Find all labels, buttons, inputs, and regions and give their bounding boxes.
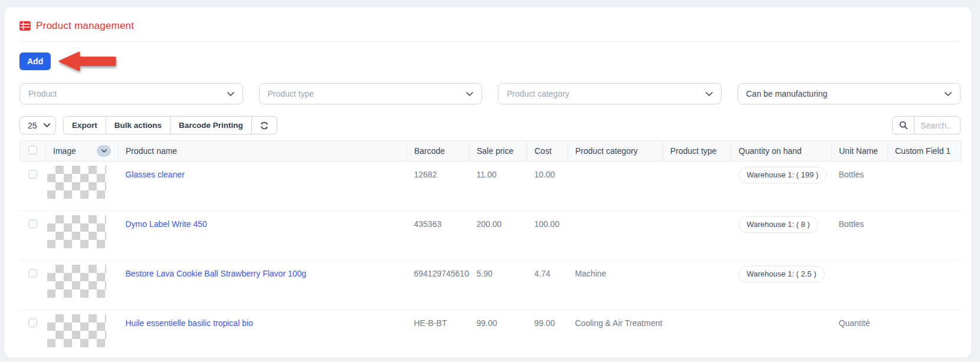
chevron-down-icon — [101, 149, 107, 153]
add-button[interactable]: Add — [19, 52, 51, 70]
product-image-placeholder — [47, 215, 106, 248]
column-header-image: Image — [53, 146, 76, 156]
sale-price-cell: 99.00 — [470, 310, 527, 358]
row-checkbox[interactable] — [28, 219, 37, 228]
quantity-badge: Warehouse 1: ( 8 ) — [739, 216, 818, 233]
refresh-button[interactable] — [252, 116, 277, 134]
chevron-down-icon — [706, 92, 713, 96]
product-name-link[interactable]: Bestore Lava Cookie Ball Strawberry Flav… — [126, 269, 307, 278]
table-row: Dymo Label Write 450435363200.00100.00Wa… — [20, 211, 961, 261]
barcode-printing-button[interactable]: Barcode Printing — [171, 116, 252, 134]
column-header-product-category: Product category — [568, 141, 663, 162]
cost-cell: 4.74 — [527, 261, 568, 310]
product-image-cell — [46, 162, 119, 211]
page-header: Product management — [19, 19, 961, 33]
custom-field-1-cell — [888, 261, 961, 310]
add-row: Add — [19, 52, 961, 70]
product-image-placeholder — [47, 265, 106, 298]
custom-field-1-cell — [888, 211, 961, 261]
product-name-cell: Dymo Label Write 450 — [119, 211, 407, 261]
table-toolbar: 25 Export Bulk actions Barcode Printing — [19, 116, 961, 134]
quantity-badge: Warehouse 1: ( 2.5 ) — [739, 266, 825, 282]
refresh-icon — [260, 121, 268, 130]
product-image-cell — [46, 310, 119, 358]
row-checkbox[interactable] — [28, 318, 37, 327]
column-header-custom-field-1: Custom Field 1 — [888, 141, 961, 162]
sale-price-cell: 200.00 — [470, 211, 527, 261]
cost-cell: 99.00 — [527, 310, 568, 358]
chevron-down-icon — [44, 123, 50, 127]
unit-name-cell: Bottles — [832, 211, 888, 261]
product-category-cell — [568, 162, 663, 211]
product-category-cell — [568, 211, 663, 261]
search-input[interactable] — [915, 116, 961, 134]
product-category-filter-placeholder: Product category — [507, 89, 569, 98]
export-button[interactable]: Export — [63, 116, 106, 134]
page-title: Product management — [36, 20, 134, 32]
product-name-cell: Glasses cleaner — [119, 162, 407, 211]
can-be-manufacturing-select[interactable]: Can be manufacturing — [738, 83, 961, 104]
column-header-sale-price: Sale price — [470, 141, 527, 162]
chevron-down-icon — [945, 92, 952, 96]
can-be-manufacturing-value: Can be manufacturing — [746, 89, 828, 98]
column-header-unit-name: Unit Name — [832, 141, 888, 162]
select-all-checkbox[interactable] — [28, 146, 37, 154]
table-header-row: Image Product name Barcode Sale price Co… — [20, 141, 961, 162]
product-table-body: Glasses cleaner1268211.0010.00Warehouse … — [20, 162, 961, 358]
barcode-cell: 12682 — [407, 162, 470, 211]
search-group — [892, 116, 961, 134]
product-type-cell — [663, 261, 732, 310]
product-name-link[interactable]: Dymo Label Write 450 — [126, 219, 207, 229]
column-header-product-name: Product name — [119, 141, 407, 162]
per-page-select[interactable]: 25 — [19, 116, 56, 134]
bulk-button-group: Export Bulk actions Barcode Printing — [63, 116, 277, 134]
sale-price-cell: 11.00 — [470, 162, 527, 211]
product-filter-select[interactable]: Product — [19, 83, 243, 104]
unit-name-cell: Bottles — [832, 162, 888, 211]
annotation-arrow-icon — [58, 51, 117, 72]
chevron-down-icon — [466, 92, 473, 96]
row-checkbox[interactable] — [28, 170, 37, 179]
row-checkbox-cell — [20, 310, 46, 358]
row-checkbox[interactable] — [28, 269, 37, 278]
product-name-link[interactable]: Huile essentielle basilic tropical bio — [126, 318, 253, 328]
table-row: Glasses cleaner1268211.0010.00Warehouse … — [20, 162, 961, 211]
product-type-filter-select[interactable]: Product type — [259, 83, 483, 104]
sale-price-cell: 5.90 — [470, 261, 527, 310]
row-checkbox-cell — [20, 261, 46, 310]
product-type-cell — [663, 162, 732, 211]
search-icon — [899, 121, 908, 130]
image-column-toggle-button[interactable] — [97, 145, 111, 157]
search-button[interactable] — [892, 116, 915, 134]
product-type-cell — [663, 310, 732, 358]
product-image-placeholder — [47, 314, 106, 347]
custom-field-1-cell — [888, 162, 961, 211]
unit-name-cell — [832, 261, 888, 310]
barcode-cell: 435363 — [407, 211, 470, 261]
product-category-filter-select[interactable]: Product category — [498, 83, 722, 104]
bulk-actions-button[interactable]: Bulk actions — [106, 116, 171, 134]
quantity-on-hand-cell: Warehouse 1: ( 8 ) — [732, 211, 832, 261]
product-image-cell — [46, 211, 119, 261]
column-header-cost: Cost — [527, 141, 568, 162]
row-checkbox-cell — [20, 211, 46, 261]
cost-cell: 100.00 — [527, 211, 568, 261]
product-category-cell: Machine — [568, 261, 663, 310]
product-name-link[interactable]: Glasses cleaner — [126, 170, 185, 179]
quantity-on-hand-cell: Warehouse 1: ( 2.5 ) — [732, 261, 832, 310]
cost-cell: 10.00 — [527, 162, 568, 211]
product-filter-placeholder: Product — [28, 89, 57, 98]
custom-field-1-cell — [888, 310, 961, 358]
table-row: Huile essentielle basilic tropical bioHE… — [20, 310, 961, 358]
product-type-cell — [663, 211, 732, 261]
barcode-cell: 6941297456108 — [407, 261, 470, 310]
quantity-badge: Warehouse 1: ( 199 ) — [739, 167, 827, 183]
product-management-card: Product management Add Product Product t… — [5, 7, 971, 357]
product-type-filter-placeholder: Product type — [268, 89, 314, 98]
products-table: Image Product name Barcode Sale price Co… — [19, 140, 961, 357]
header-divider — [19, 41, 961, 42]
barcode-cell: HE-B-BT — [407, 310, 470, 358]
table-row: Bestore Lava Cookie Ball Strawberry Flav… — [20, 261, 961, 310]
product-category-cell: Cooling & Air Treatment — [568, 310, 663, 358]
product-image-cell — [46, 261, 119, 310]
